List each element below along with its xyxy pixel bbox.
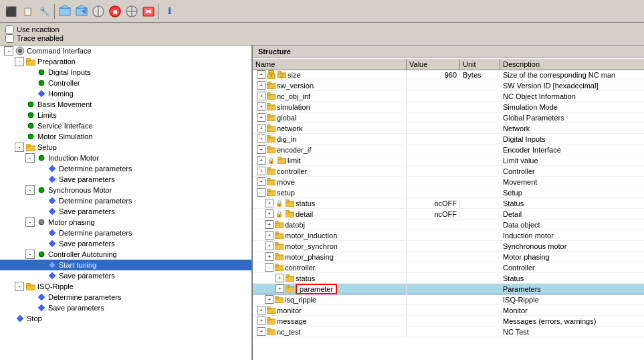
struct-row-isq-ripple[interactable]: + isq_ripple ISQ-Ripple (253, 294, 644, 305)
toolbar-btn-4[interactable] (57, 3, 73, 19)
swver-expander[interactable]: + (257, 81, 265, 90)
toolbar-btn-info[interactable]: ℹ (161, 3, 177, 19)
struct-row-status[interactable]: + 🔒 status ncOFF Status (253, 198, 644, 209)
tree-item-basis-movement[interactable]: Basis Movement (0, 99, 251, 110)
tree-item-ind-det[interactable]: Determine parameters (0, 163, 251, 174)
tree-expander-motorphasing[interactable]: - (25, 217, 35, 227)
struct-row-move[interactable]: + move Movement (253, 177, 644, 187)
tree-item-syn-det[interactable]: Determine parameters (0, 195, 251, 206)
struct-row-ctrl-status[interactable]: + status Status (253, 273, 644, 284)
struct-row-motor-induction[interactable]: + motor_induction Induction motor (253, 230, 644, 241)
struct-row-motor-phasing[interactable]: + motor_phasing Motor phasing (253, 252, 644, 262)
motorsyn-expander[interactable]: + (265, 242, 274, 250)
status-expander[interactable]: + (265, 199, 274, 207)
move-expander[interactable]: + (257, 177, 265, 186)
tree-expander-prep[interactable]: - (15, 57, 24, 66)
tree-item-motor-phasing[interactable]: - Motor phasing (0, 217, 251, 228)
limit-expander[interactable]: + (257, 156, 265, 165)
tree-item-isq-ripple[interactable]: - ISQ-Ripple (0, 281, 251, 292)
struct-row-limit[interactable]: + 🔒 limit Limit value (253, 155, 644, 166)
isqripple-expander[interactable]: + (265, 295, 274, 304)
setupctrl-expander[interactable]: - (265, 263, 274, 272)
struct-row-network[interactable]: + network Network (253, 123, 644, 134)
tree-item-induction-motor[interactable]: - Induction Motor (0, 153, 251, 163)
struct-row-simulation[interactable]: + simulation Simulation Mode (253, 102, 644, 112)
struct-row-dig-in[interactable]: + dig_in Digital Inputs (253, 134, 644, 145)
struct-row-detail[interactable]: + 🔒 detail ncOFF Detail (253, 209, 644, 219)
digin-expander[interactable]: + (257, 134, 265, 143)
toolbar-btn-9[interactable] (140, 3, 156, 19)
motorind-expander[interactable]: + (265, 231, 274, 240)
tree-item-mphase-save[interactable]: Save parameters (0, 238, 251, 249)
tree-item-controller-autotuning[interactable]: - Controller Autotuning (0, 249, 251, 260)
ncobj-expander[interactable]: + (257, 92, 265, 100)
struct-row-monitor[interactable]: + monitor Monitor (253, 305, 644, 316)
tree-item-stop[interactable]: Stop (0, 313, 251, 324)
struct-row-size[interactable]: + 🔒 size 960 Bytes Size of the correspon… (253, 70, 644, 80)
tree-item-preparation[interactable]: - Preparation (0, 56, 251, 67)
struct-row-nc-test[interactable]: + nc_test NC Test (253, 327, 644, 337)
tree-item-isq-save[interactable]: Save parameters (0, 302, 251, 313)
struct-row-motor-synchron[interactable]: + motor_synchron Synchronous motor (253, 241, 644, 252)
tree-item-start-tuning[interactable]: Start tuning (0, 260, 251, 270)
monitor-expander[interactable]: + (257, 306, 265, 314)
struct-row-nc-obj-inf[interactable]: + nc_obj_inf NC Object Information (253, 91, 644, 102)
tree-expander-isqripple[interactable]: - (15, 282, 24, 291)
tree-item-syn-save[interactable]: Save parameters (0, 206, 251, 217)
struct-row-encoder-if[interactable]: + encoder_if Encoder Interface (253, 145, 644, 155)
tree-item-mphase-det[interactable]: Determine parameters (0, 228, 251, 238)
svg-rect-77 (286, 210, 289, 213)
detail-expander[interactable]: + (265, 209, 274, 218)
tree-item-motor-simulation[interactable]: Motor Simulation (0, 131, 251, 142)
toolbar-btn-5[interactable] (74, 3, 90, 19)
svg-marker-35 (49, 230, 56, 236)
tree-expander-synmotor[interactable]: - (25, 185, 35, 195)
use-ncaction-checkbox[interactable] (5, 25, 14, 34)
struct-row-datobj[interactable]: + datobj Data object (253, 219, 644, 230)
trace-enabled-checkbox[interactable] (5, 34, 14, 43)
ctrlstatus-sname: status (296, 274, 315, 282)
tree-item-limits[interactable]: Limits (0, 110, 251, 120)
encif-expander[interactable]: + (257, 145, 265, 154)
tree-item-service-interface[interactable]: Service Interface (0, 120, 251, 131)
tree-item-digital-inputs[interactable]: Digital Inputs (0, 67, 251, 78)
struct-row-global[interactable]: + global Global Parameters (253, 112, 644, 123)
toolbar-btn-8[interactable] (124, 3, 140, 19)
toolbar-btn-7[interactable]: ■ (107, 3, 123, 19)
global-expander[interactable]: + (257, 113, 265, 122)
struct-row-message[interactable]: + message Messages (errors, warnings) (253, 316, 644, 327)
struct-row-controller[interactable]: + controller Controller (253, 166, 644, 177)
toolbar-btn-1[interactable]: ⬛ (3, 3, 19, 19)
tree-item-ctrl-save[interactable]: Save parameters (0, 270, 251, 281)
network-expander[interactable]: + (257, 124, 265, 132)
struct-row-setup[interactable]: - setup Setup (253, 187, 644, 198)
ctrlstatus-expander[interactable]: + (276, 274, 284, 282)
setup-expander[interactable]: - (257, 188, 265, 197)
tree-item-isq-det[interactable]: Determine parameters (0, 292, 251, 302)
simul-expander[interactable]: + (257, 102, 265, 111)
tree-item-homing[interactable]: Homing (0, 88, 251, 99)
toolbar-btn-2[interactable]: 📋 (19, 3, 35, 19)
tree-item-ind-save[interactable]: Save parameters (0, 174, 251, 185)
struct-row-setup-controller[interactable]: - controller Controller (253, 262, 644, 273)
message-expander[interactable]: + (257, 317, 265, 325)
struct-row-parameter[interactable]: + parameter Parameters (253, 284, 644, 294)
sctrl-expander[interactable]: + (257, 167, 265, 175)
tree-item-command-interface[interactable]: - Command Interface (0, 46, 251, 56)
toolbar-btn-3[interactable]: 🔧 (36, 3, 52, 19)
param-expander[interactable]: + (276, 284, 284, 293)
datobj-expander[interactable]: + (265, 220, 274, 229)
struct-row-sw-version[interactable]: + sw_version SW Version ID [hexadecimal] (253, 80, 644, 91)
tree-expander-cmd[interactable]: - (4, 46, 13, 56)
size-expander[interactable]: + (257, 70, 265, 79)
tree-expander-ctrlautotune[interactable]: - (25, 250, 35, 259)
tree-item-controller[interactable]: Controller (0, 78, 251, 88)
nctest-expander[interactable]: + (257, 327, 265, 336)
toolbar-btn-6[interactable] (90, 3, 106, 19)
tree-item-setup[interactable]: - Setup (0, 142, 251, 153)
motorphase-s-expander[interactable]: + (265, 252, 274, 261)
tree-expander-setup[interactable]: - (15, 143, 24, 152)
tree-expander-indmotor[interactable]: - (25, 153, 35, 163)
svg-marker-42 (38, 294, 45, 300)
tree-item-synchronous-motor[interactable]: - Synchronous Motor (0, 185, 251, 195)
